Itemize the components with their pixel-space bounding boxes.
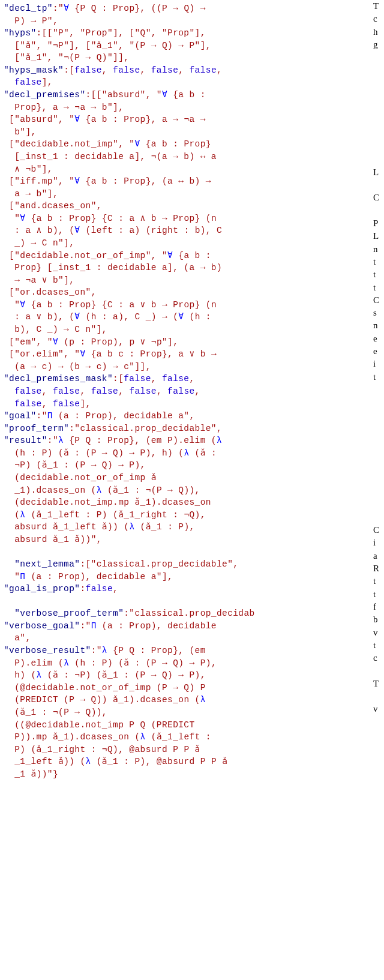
code-line: "hyps_mask":[false, false, false, false,… — [4, 65, 222, 88]
code-line: "result":"λ {P Q : Prop}, (em P).elim (λ… — [4, 436, 222, 544]
right-column-fragment: T c h g L C P L n t t t C s n e e i t C … — [373, 0, 384, 716]
code-line: ["or.dcases_on", "∀ {a b : Prop} {C : a … — [4, 287, 217, 334]
code-line: ["iff.mp", "∀ {a b : Prop}, (a ↔ b) → a … — [4, 176, 211, 199]
code-line: "decl_premises_mask":[false, false, fals… — [4, 374, 200, 408]
code-line: ["em", "∀ (p : Prop), p ∨ ¬p"], — [4, 337, 178, 347]
code-line: ["decidable.not_or_of_imp", "∀ {a b : Pr… — [4, 251, 222, 285]
code-line: ["and.dcases_on", "∀ {a b : Prop} {C : a… — [4, 201, 222, 248]
code-line: "decl_premises":[["absurd", "∀ {a b : Pr… — [4, 90, 206, 112]
code-line: "decl_tp":"∀ {P Q : Prop}, ((P → Q) → P)… — [4, 4, 206, 26]
json-code-block: "decl_tp":"∀ {P Q : Prop}, ((P → Q) → P)… — [0, 0, 384, 783]
code-line: ["absurd", "∀ {a b : Prop}, a → ¬a → b"]… — [4, 115, 206, 137]
code-line: "next_lemma":["classical.prop_decidable"… — [4, 559, 238, 582]
code-line: "proof_term":"classical.prop_decidable", — [4, 424, 222, 433]
code-line: ["decidable.not_imp", "∀ {a b : Prop} [_… — [4, 139, 217, 173]
code-line: "verbose_result":"λ {P Q : Prop}, (em P)… — [4, 646, 227, 779]
code-line: "verbose_proof_term":"classical.prop_dec… — [4, 609, 255, 618]
page-root: "decl_tp":"∀ {P Q : Prop}, ((P → Q) → P)… — [0, 0, 384, 783]
code-line: "goal_is_prop":false, — [4, 584, 118, 594]
code-line: "goal":"Π (a : Prop), decidable a", — [4, 411, 195, 421]
code-line: "hyps":[["P", "Prop"], ["Q", "Prop"], ["… — [4, 28, 211, 62]
code-line: "verbose_goal":"Π (a : Prop), decidable … — [4, 621, 217, 643]
code-line: ["or.elim", "∀ {a b c : Prop}, a ∨ b → (… — [4, 349, 217, 371]
